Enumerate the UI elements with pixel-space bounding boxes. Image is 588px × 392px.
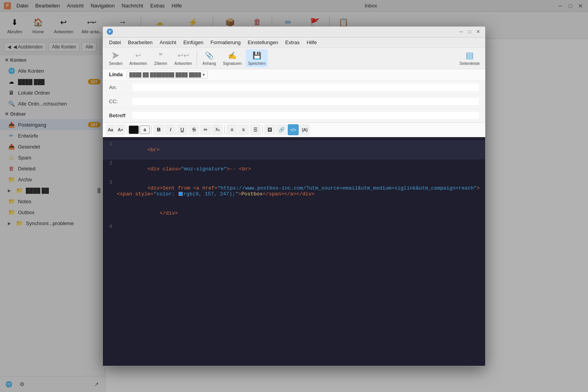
- compose-title-bar: P ─ □ ✕: [103, 27, 485, 38]
- save-icon: 💾: [252, 51, 262, 60]
- subject-input[interactable]: [133, 112, 479, 119]
- compose-send-button[interactable]: Senden: [106, 49, 125, 67]
- font-increase-button[interactable]: A+: [116, 124, 125, 135]
- compose-reply-button[interactable]: ↩ Antworten: [127, 49, 149, 67]
- compose-subject-row: Betreff: [103, 109, 485, 123]
- strikethrough-button[interactable]: S: [188, 124, 199, 135]
- line-content-1[interactable]: <br>: [117, 141, 485, 159]
- line-content-4[interactable]: [117, 224, 485, 229]
- attach-icon: 📎: [204, 51, 214, 60]
- compose-menu-extras[interactable]: Extras: [282, 38, 303, 47]
- compose-attach-button[interactable]: 📎 Anhang: [199, 49, 219, 67]
- compose-menu-bar: Datei Bearbeiten Ansicht Einfügen Format…: [103, 38, 485, 48]
- quote-icon: ❝: [156, 51, 165, 60]
- line-number-2: 2: [103, 160, 117, 166]
- compose-sidebar-button[interactable]: ▤ Seitenleiste: [457, 49, 482, 67]
- modal-overlay: P ─ □ ✕ Datei Bearbeiten Ansicht Einfüge…: [0, 0, 588, 392]
- reply2-label: Antworten: [174, 61, 192, 66]
- attach-label: Anhang: [203, 61, 216, 66]
- save-label: Speichern: [248, 61, 265, 66]
- compose-maximize-button[interactable]: □: [466, 29, 473, 35]
- code-line-4: 4: [103, 223, 485, 231]
- image-button[interactable]: 🖼: [264, 124, 275, 135]
- format-toolbar: Aa A+ a B I U S ✏ X₂ ≡ ≡ ☰ 🖼 🔗 </> {A}: [103, 123, 485, 137]
- line-number-4: 4: [103, 224, 117, 229]
- compose-menu-formatierung[interactable]: Formatierung: [207, 38, 244, 47]
- reply-label: Antworten: [129, 61, 147, 66]
- compose-toolbar: Senden ↩ Antworten ❝ Zitieren ↩↩ Antwort…: [103, 48, 485, 69]
- list-button[interactable]: ☰: [250, 124, 261, 135]
- bg-color-button[interactable]: a: [140, 125, 150, 134]
- compose-menu-hilfe[interactable]: Hilfe: [303, 38, 320, 47]
- compose-menu-bearbeiten[interactable]: Bearbeiten: [125, 38, 156, 47]
- format-divider-2: [151, 125, 152, 134]
- compose-window: P ─ □ ✕ Datei Bearbeiten Ansicht Einfüge…: [102, 26, 486, 366]
- line-number-3: 3: [103, 179, 117, 185]
- sidebar-toggle-label: Seitenleiste: [459, 61, 480, 66]
- line-content-3b[interactable]: </div>: [117, 204, 485, 222]
- text-color-button[interactable]: [129, 125, 139, 134]
- compose-save-button[interactable]: 💾 Speichern: [246, 49, 268, 67]
- compose-quote-button[interactable]: ❝ Zitieren: [151, 49, 170, 67]
- from-value: ████ ██ ████████ ████ ████: [129, 72, 201, 77]
- compose-window-controls: ─ □ ✕: [458, 29, 481, 35]
- compose-menu-datei[interactable]: Datei: [106, 38, 124, 47]
- subject-label: Betreff: [109, 113, 133, 118]
- compose-signature-button[interactable]: ✍ Signaturen: [220, 49, 244, 67]
- code-editor[interactable]: 1 <br> 2 <div class="moz-signature">-- <…: [103, 137, 485, 366]
- link-button[interactable]: 🔗: [276, 124, 287, 135]
- from-label: Linda: [109, 72, 123, 77]
- send-label: Senden: [109, 61, 122, 66]
- sidebar-toggle-icon: ▤: [465, 51, 474, 60]
- align-left-button[interactable]: ≡: [226, 124, 237, 135]
- quote-label: Zitieren: [154, 61, 167, 66]
- reply2-icon: ↩↩: [179, 51, 188, 60]
- format-divider-1: [127, 125, 127, 134]
- to-label: An:: [109, 84, 133, 90]
- highlight-button[interactable]: ✏: [200, 124, 211, 135]
- compose-to-row: An:: [103, 81, 485, 95]
- italic-button[interactable]: I: [165, 124, 176, 135]
- format-divider-3: [224, 125, 225, 134]
- cc-label: CC:: [109, 98, 133, 104]
- compose-logo: P: [107, 29, 113, 35]
- reply-icon: ↩: [134, 51, 143, 60]
- send-icon: [111, 51, 120, 60]
- from-dropdown-icon: ▾: [203, 72, 205, 77]
- line-number-3b: [103, 204, 117, 205]
- compose-menu-einfugen[interactable]: Einfügen: [180, 38, 206, 47]
- signature-label: Signaturen: [223, 61, 242, 66]
- compose-menu-ansicht[interactable]: Ansicht: [156, 38, 179, 47]
- variable-button[interactable]: {A}: [299, 124, 310, 135]
- line-content-2[interactable]: <div class="moz-signature">-- <br>: [117, 160, 485, 178]
- underline-button[interactable]: U: [177, 124, 188, 135]
- cc-input[interactable]: [133, 98, 479, 105]
- compose-reply2-button[interactable]: ↩↩ Antworten: [172, 49, 194, 67]
- code-line-1: 1 <br>: [103, 140, 485, 159]
- compose-from-row: Linda ████ ██ ████████ ████ ████ ▾: [103, 69, 485, 81]
- compose-cc-row: CC:: [103, 95, 485, 109]
- code-line-3: 3 <div>Sent from <a href="https://www.po…: [103, 179, 485, 204]
- bold-button[interactable]: B: [153, 124, 164, 135]
- compose-divider-1: [197, 50, 197, 66]
- font-decrease-button[interactable]: Aa: [106, 124, 115, 135]
- line-content-3[interactable]: <div>Sent from <a href="https://www.post…: [117, 179, 485, 203]
- code-line-3b: </div>: [103, 204, 485, 223]
- compose-menu-einstellungen[interactable]: Einstellungen: [245, 38, 281, 47]
- signature-icon: ✍: [228, 51, 237, 60]
- align-right-button[interactable]: ≡: [238, 124, 249, 135]
- to-input[interactable]: [133, 84, 479, 91]
- from-selector[interactable]: ████ ██ ████████ ████ ████ ▾: [127, 71, 208, 79]
- compose-minimize-button[interactable]: ─: [458, 29, 464, 35]
- code-view-button[interactable]: </>: [288, 124, 299, 135]
- subscript-button[interactable]: X₂: [212, 124, 223, 135]
- format-divider-4: [262, 125, 263, 134]
- compose-close-button[interactable]: ✕: [475, 29, 481, 35]
- line-number-1: 1: [103, 141, 117, 147]
- code-line-2: 2 <div class="moz-signature">-- <br>: [103, 159, 485, 179]
